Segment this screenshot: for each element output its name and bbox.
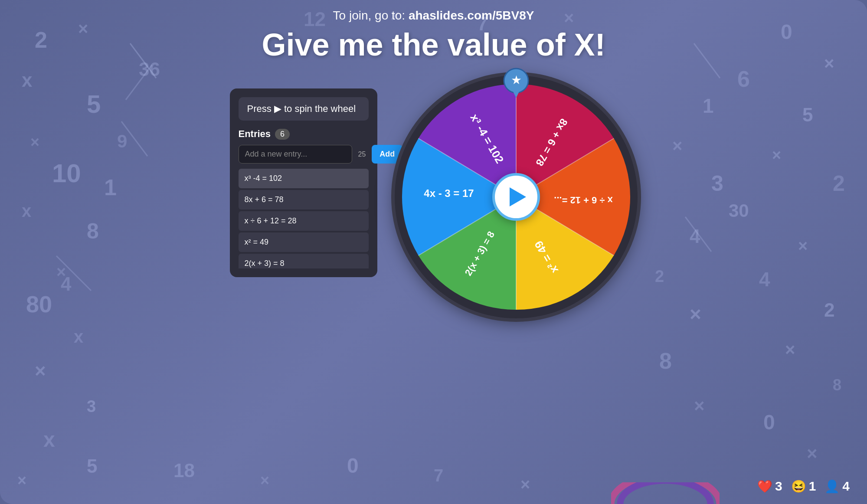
join-text: To join, go to: (333, 9, 409, 22)
laughing-stat: 😆 1 (791, 479, 816, 494)
content-area: Press ▶ to spin the wheel Entries 6 25 A… (0, 75, 867, 318)
list-item[interactable]: 8x + 6 = 78 (239, 190, 369, 209)
bottom-stats: ❤️ 3 😆 1 👤 4 (757, 479, 850, 494)
user-icon: 👤 (824, 479, 840, 494)
spin-label: Press ▶ to spin the wheel (247, 103, 356, 115)
users-stat: 👤 4 (824, 479, 850, 494)
add-entry-row: 25 Add (239, 145, 369, 164)
entries-header: Entries 6 (239, 128, 369, 140)
join-bar: To join, go to: ahaslides.com/5BV8Y (333, 9, 534, 23)
list-item[interactable]: x³ -4 = 102 (239, 169, 369, 188)
entries-list[interactable]: x³ -4 = 102 8x + 6 = 78 x ÷ 6 + 12 = 28 … (239, 169, 369, 268)
heart-icon: ❤️ (757, 479, 772, 494)
wheel-play-button[interactable] (492, 173, 540, 221)
main-container: To join, go to: ahaslides.com/5BV8Y Give… (0, 0, 867, 504)
hearts-count: 3 (775, 479, 782, 494)
svg-text:4x - 3 = 17: 4x - 3 = 17 (424, 187, 474, 199)
hearts-stat: ❤️ 3 (757, 479, 782, 494)
play-icon (510, 187, 526, 206)
add-entry-input[interactable] (239, 145, 352, 164)
char-count: 25 (356, 145, 369, 164)
list-item[interactable]: x ÷ 6 + 12 = 28 (239, 211, 369, 231)
spin-label-bar: Press ▶ to spin the wheel (239, 97, 369, 121)
list-item[interactable]: x² = 49 (239, 232, 369, 252)
join-url: ahaslides.com/5BV8Y (409, 9, 534, 22)
wheel-pointer: ★ (501, 68, 531, 98)
entries-panel: Press ▶ to spin the wheel Entries 6 25 A… (230, 88, 377, 277)
laugh-icon: 😆 (791, 479, 806, 494)
spin-wheel-wrapper: ★ (395, 75, 638, 318)
entries-label: Entries (239, 128, 271, 140)
users-count: 4 (842, 479, 850, 494)
svg-text:★: ★ (510, 73, 521, 87)
laugh-count: 1 (809, 479, 816, 494)
svg-text:x ÷ 6 + 12 =...: x ÷ 6 + 12 =... (554, 195, 613, 206)
svg-marker-59 (513, 92, 519, 98)
slide-title: Give me the value of X! (262, 27, 605, 62)
list-item[interactable]: 2(x + 3) = 8 (239, 254, 369, 268)
entries-count: 6 (275, 129, 290, 140)
